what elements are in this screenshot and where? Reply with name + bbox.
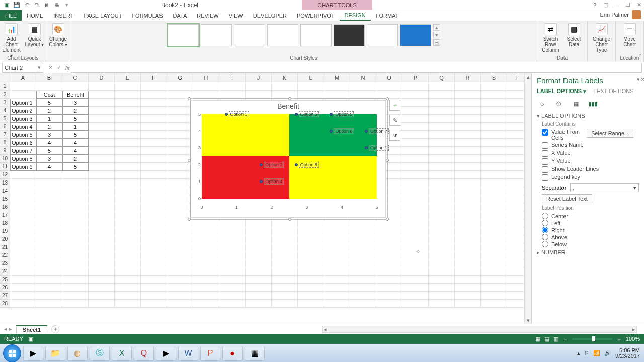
cell[interactable] (429, 251, 455, 259)
cell[interactable] (193, 300, 219, 308)
col-header-S[interactable]: S (481, 73, 507, 82)
cell[interactable] (89, 300, 115, 308)
row-header-6[interactable]: 6 (0, 123, 10, 131)
cell[interactable] (115, 123, 141, 131)
pane-tab-text-options[interactable]: TEXT OPTIONS (593, 88, 633, 95)
cell[interactable] (167, 292, 193, 300)
cell[interactable] (246, 276, 272, 284)
cell[interactable] (455, 99, 481, 107)
cell[interactable] (324, 235, 350, 243)
cell[interactable] (89, 90, 115, 99)
cell[interactable] (10, 267, 36, 276)
plot-area[interactable]: Option 1Option 2Option 3Option 4Option 5… (202, 114, 377, 199)
cell[interactable] (455, 90, 481, 99)
cell[interactable] (403, 99, 429, 107)
cell[interactable] (246, 219, 272, 227)
cell[interactable] (10, 276, 36, 284)
cell[interactable] (481, 284, 507, 292)
cell[interactable] (455, 203, 481, 211)
cell[interactable] (429, 259, 455, 267)
cell[interactable] (324, 267, 350, 276)
cell[interactable] (324, 292, 350, 300)
chart-style-8[interactable] (400, 24, 431, 46)
add-chart-element-button[interactable]: 📊 Add Chart Element ▾ (0, 22, 23, 59)
cell[interactable] (141, 131, 167, 139)
cell[interactable]: 5 (62, 115, 89, 123)
cell[interactable] (141, 259, 167, 267)
cell[interactable] (350, 276, 376, 284)
col-header-B[interactable]: B (36, 73, 62, 82)
col-header-I[interactable]: I (219, 73, 246, 82)
cell[interactable] (89, 82, 115, 90)
cell[interactable] (455, 292, 481, 300)
cell[interactable] (507, 115, 525, 123)
cell[interactable] (324, 284, 350, 292)
row-header-9[interactable]: 9 (0, 147, 10, 155)
cell[interactable] (481, 276, 507, 284)
col-header-O[interactable]: O (376, 73, 403, 82)
cell[interactable] (481, 267, 507, 276)
reset-label-text-button[interactable]: Reset Label Text (542, 194, 592, 203)
cell[interactable] (298, 284, 324, 292)
cell[interactable] (376, 235, 403, 243)
cell[interactable] (115, 259, 141, 267)
cell[interactable] (115, 211, 141, 219)
account-user[interactable]: Erin Palmer (600, 10, 641, 19)
cell[interactable] (246, 300, 272, 308)
cell[interactable] (481, 155, 507, 163)
cell[interactable] (246, 82, 272, 90)
task-app-q[interactable]: Q (134, 346, 154, 361)
help-icon[interactable]: ? (592, 2, 598, 8)
data-label[interactable]: Option 8 (299, 162, 319, 168)
cell[interactable] (481, 251, 507, 259)
cell[interactable] (507, 131, 525, 139)
cell[interactable] (298, 300, 324, 308)
cell[interactable] (36, 219, 62, 227)
cell[interactable] (246, 284, 272, 292)
cell[interactable] (298, 82, 324, 90)
separator-select[interactable]: ,▾ (570, 183, 639, 192)
cell[interactable] (115, 155, 141, 163)
name-box[interactable]: Chart 2 ▾ (2, 63, 43, 73)
cell[interactable] (62, 171, 89, 179)
cell[interactable] (481, 82, 507, 90)
task-media-player[interactable]: ▶ (23, 346, 43, 361)
col-header-N[interactable]: N (350, 73, 376, 82)
cell[interactable] (62, 259, 89, 267)
cell[interactable] (219, 292, 246, 300)
row-header-18[interactable]: 18 (0, 219, 10, 227)
cell[interactable] (507, 195, 525, 203)
chart-style-7[interactable] (367, 24, 398, 46)
data-point[interactable]: Option 1 (365, 145, 389, 151)
cell[interactable] (429, 276, 455, 284)
sheet-tab-sheet1[interactable]: Sheet1 (16, 325, 47, 333)
cell[interactable] (429, 99, 455, 107)
cell[interactable] (141, 163, 167, 171)
cell[interactable] (141, 267, 167, 276)
data-label[interactable]: Option 4 (264, 178, 284, 185)
cell[interactable] (115, 227, 141, 235)
cell[interactable] (403, 115, 429, 123)
cell[interactable] (89, 195, 115, 203)
cell[interactable] (36, 187, 62, 195)
cell[interactable] (141, 235, 167, 243)
row-header-3[interactable]: 3 (0, 99, 10, 107)
cell[interactable] (141, 203, 167, 211)
cell[interactable] (141, 99, 167, 107)
chk-legend-key[interactable]: Legend key (542, 174, 639, 181)
cell[interactable] (193, 90, 219, 99)
cell[interactable] (455, 243, 481, 251)
cell[interactable] (481, 203, 507, 211)
chk-x-value[interactable]: X Value (542, 150, 639, 157)
cell[interactable] (403, 235, 429, 243)
col-header-E[interactable]: E (115, 73, 141, 82)
row-header-16[interactable]: 16 (0, 203, 10, 211)
cell[interactable]: 4 (36, 163, 62, 171)
cell[interactable] (141, 171, 167, 179)
cell[interactable] (376, 219, 403, 227)
cell[interactable] (403, 123, 429, 131)
cell[interactable] (507, 171, 525, 179)
cell[interactable]: 1 (36, 115, 62, 123)
cell[interactable] (115, 267, 141, 276)
cell[interactable] (507, 203, 525, 211)
